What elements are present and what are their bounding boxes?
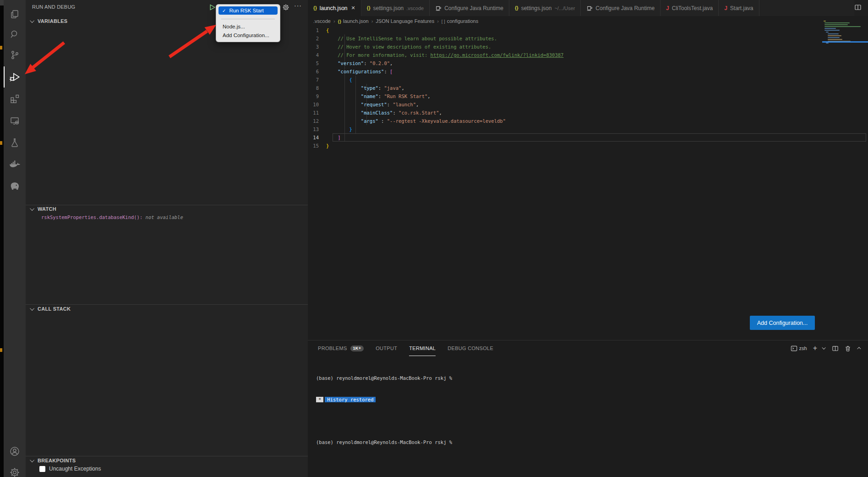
- tab-output[interactable]: OUTPUT: [376, 340, 397, 356]
- split-editor-icon[interactable]: [854, 4, 862, 13]
- tab-detail: ~/.../User: [554, 5, 575, 11]
- tab-settings-json-user[interactable]: {} settings.json ~/.../User: [509, 0, 581, 16]
- breadcrumb-item[interactable]: JSON Language Features: [376, 18, 434, 24]
- watch-section-header[interactable]: WATCH: [31, 206, 56, 212]
- panel-tab-label: PROBLEMS: [318, 345, 347, 351]
- call-stack-section-header[interactable]: CALL STACK: [31, 306, 71, 312]
- tab-label: Start.java: [730, 5, 753, 11]
- check-icon: ✓: [222, 8, 226, 13]
- breakpoints-label: BREAKPOINTS: [38, 458, 76, 463]
- debug-configure-gear-icon[interactable]: [282, 4, 289, 13]
- breadcrumb: .vscode › {} launch.json › JSON Language…: [308, 16, 868, 26]
- tab-settings-json-vscode[interactable]: {} settings.json .vscode: [361, 0, 430, 16]
- section-divider: [26, 456, 308, 456]
- gradle-elephant-icon[interactable]: [4, 176, 26, 197]
- chevron-down-icon: [30, 458, 34, 462]
- code-line: 9 "name": "Run RSK Start",: [308, 92, 868, 100]
- editor-actions: [854, 0, 868, 16]
- code-line: 1{: [308, 26, 868, 34]
- panel-tab-label: TERMINAL: [409, 345, 436, 351]
- terminal-line: [316, 417, 452, 425]
- source-control-icon[interactable]: [4, 44, 26, 66]
- start-debugging-button[interactable]: [209, 4, 216, 13]
- code-line: 5 "version": "0.2.0",: [308, 59, 868, 67]
- explorer-icon[interactable]: [4, 4, 26, 25]
- shell-selector[interactable]: zsh: [791, 345, 807, 352]
- remote-explorer-icon[interactable]: [4, 110, 26, 131]
- code-line: 11 "mainClass": "co.rsk.Start",: [308, 109, 868, 117]
- section-divider: [26, 304, 308, 305]
- code-line: 15}: [308, 142, 868, 150]
- add-configuration-button[interactable]: Add Configuration...: [750, 316, 815, 330]
- tab-configure-java-runtime-2[interactable]: Configure Java Runtime: [581, 0, 661, 16]
- tab-configure-java-runtime-1[interactable]: Configure Java Runtime: [430, 0, 509, 16]
- breakpoint-item[interactable]: Uncaught Exceptions: [39, 466, 101, 472]
- java-runtime-cup-icon: [586, 5, 593, 12]
- terminal-line: (base) reynoldmorel@Reynolds-MacBook-Pro…: [316, 439, 452, 446]
- tab-problems[interactable]: PROBLEMS 1K+: [318, 340, 364, 356]
- breakpoints-section-header[interactable]: BREAKPOINTS: [31, 458, 76, 463]
- dropdown-item-nodejs[interactable]: Node.js...: [216, 23, 280, 30]
- chevron-right-icon: ›: [333, 18, 335, 24]
- minimap[interactable]: [822, 21, 868, 49]
- code-line: 4 // For more information, visit: https:…: [308, 51, 868, 59]
- panel-actions: zsh +: [791, 344, 868, 352]
- run-and-debug-icon[interactable]: [4, 66, 26, 88]
- code-line: 10 "request": "launch",: [308, 100, 868, 109]
- breadcrumb-item[interactable]: configurations: [447, 18, 479, 24]
- tab-launch-json[interactable]: {} launch.json ✕: [308, 0, 361, 16]
- java-file-icon: J: [666, 5, 669, 11]
- editor-region: {} launch.json ✕ {} settings.json .vscod…: [308, 0, 868, 340]
- tab-clitoolstest-java[interactable]: J CliToolsTest.java: [661, 0, 719, 16]
- variables-section-header[interactable]: VARIABLES: [31, 18, 67, 24]
- new-terminal-icon[interactable]: +: [813, 344, 817, 352]
- tab-label: settings.json: [521, 5, 552, 11]
- chevron-down-icon: [30, 206, 34, 211]
- terminal-dropdown-chevron-icon[interactable]: [823, 347, 826, 350]
- dropdown-item-selected[interactable]: ✓ Run RSK Start: [218, 6, 278, 15]
- watch-expression-row[interactable]: rskSystemProperties.databaseKind(): not …: [41, 214, 183, 220]
- shell-label: zsh: [799, 345, 807, 351]
- minimap-current-line: [822, 41, 868, 43]
- link[interactable]: https://go.microsoft.com/fwlink/?linkid=…: [431, 52, 564, 58]
- docker-icon[interactable]: [4, 154, 26, 175]
- close-icon[interactable]: ✕: [351, 5, 355, 11]
- settings-gear-icon[interactable]: [4, 462, 26, 477]
- testing-beaker-icon[interactable]: [4, 132, 26, 153]
- kill-terminal-trash-icon[interactable]: [845, 345, 851, 352]
- search-icon[interactable]: [4, 24, 26, 45]
- extensions-icon[interactable]: [4, 88, 26, 109]
- terminal-line: *History restored: [316, 396, 452, 404]
- json-file-icon: {}: [338, 19, 341, 24]
- terminal-icon: [791, 345, 797, 352]
- background-window-strip: [0, 0, 4, 477]
- run-configuration-dropdown: ✓ Run RSK Start Node.js... Add Configura…: [216, 4, 280, 42]
- json-file-icon: {}: [367, 5, 371, 11]
- account-icon[interactable]: [4, 441, 26, 462]
- java-file-icon: J: [724, 5, 727, 11]
- tab-start-java[interactable]: J Start.java: [719, 0, 759, 16]
- breadcrumb-item[interactable]: .vscode: [313, 18, 331, 24]
- activity-bar: [4, 0, 26, 477]
- panel-tab-label: OUTPUT: [376, 345, 397, 351]
- code-editor[interactable]: 1{ 2 // Use IntelliSense to learn about …: [308, 26, 868, 154]
- breadcrumb-item[interactable]: launch.json: [343, 18, 369, 24]
- variables-label: VARIABLES: [38, 18, 67, 24]
- tab-label: Configure Java Runtime: [595, 5, 655, 11]
- tab-label: settings.json: [373, 5, 404, 11]
- views-more-actions-icon[interactable]: ···: [294, 2, 302, 9]
- code-line: 2 // Use IntelliSense to learn about pos…: [308, 34, 868, 43]
- dropdown-item-add-configuration[interactable]: Add Configuration...: [216, 32, 280, 39]
- json-file-icon: {}: [515, 5, 519, 11]
- json-file-icon: {}: [313, 5, 317, 11]
- tab-terminal[interactable]: TERMINAL: [409, 340, 436, 356]
- tab-debug-console[interactable]: DEBUG CONSOLE: [448, 340, 493, 356]
- breakpoint-checkbox[interactable]: [39, 466, 45, 472]
- split-terminal-icon[interactable]: [832, 345, 839, 352]
- code-line: 14 ]: [308, 133, 868, 142]
- tab-label: Configure Java Runtime: [444, 5, 503, 11]
- section-divider: [26, 205, 308, 205]
- terminal-output[interactable]: (base) reynoldmorel@Reynolds-MacBook-Pro…: [316, 361, 452, 460]
- maximize-panel-chevron-icon[interactable]: [857, 347, 860, 350]
- code-line: 7 {: [308, 76, 868, 84]
